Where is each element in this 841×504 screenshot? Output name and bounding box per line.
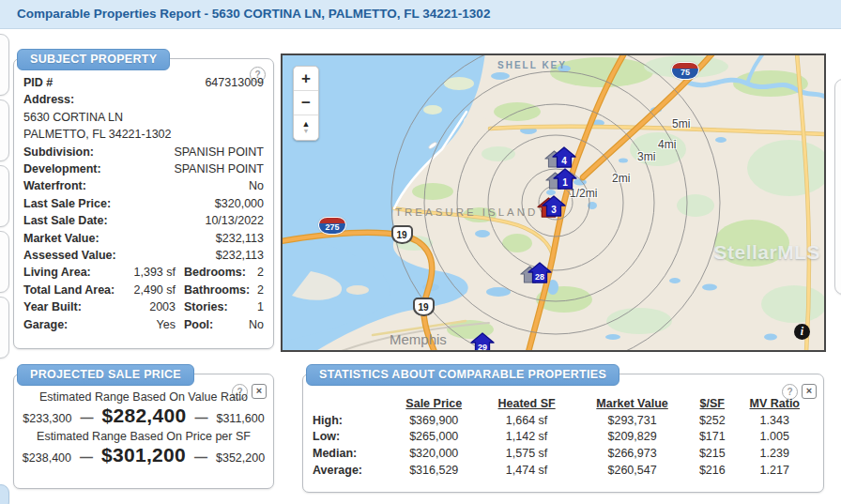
- statistic-value: 1.005: [734, 429, 816, 446]
- statistic-value: $320,000: [388, 445, 480, 462]
- field-label: Garage:: [23, 316, 121, 333]
- field-label: Total Land Area:: [23, 282, 121, 298]
- field-value: 647313009: [205, 74, 264, 91]
- range-mid: $282,400: [101, 405, 186, 427]
- collapsed-card-edge: [0, 99, 9, 161]
- field-label: Last Sale Price:: [23, 195, 111, 212]
- row-label: Average:: [313, 462, 388, 479]
- range-values: $233,300 — $282,400 — $311,600: [20, 405, 268, 427]
- collapsed-card-edge: [0, 231, 9, 293]
- property-field-row: Market Value:$232,113: [23, 230, 264, 247]
- field-label: PID #: [23, 74, 53, 91]
- row-label: Median:: [313, 445, 388, 462]
- property-field-pair-row: Total Land Area:2,490 sfBathrooms:2: [23, 282, 264, 298]
- address-line: PALMETTO, FL 34221-1302: [23, 126, 264, 143]
- address-line: 5630 CORTINA LN: [23, 109, 264, 126]
- projected-sale-price-tab: PROJECTED SALE PRICE: [17, 364, 194, 386]
- zoom-in-button[interactable]: +: [294, 67, 318, 91]
- row-label: Low:: [313, 429, 388, 446]
- map-zoom-control: + − ▲ ▼: [293, 66, 319, 141]
- statistic-value: 1,142 sf: [480, 429, 573, 446]
- info-button[interactable]: i: [794, 324, 810, 340]
- collapsed-card-edge: [0, 165, 9, 227]
- field-value: 1: [257, 298, 264, 315]
- comp-property-marker-3[interactable]: 3: [542, 195, 566, 217]
- comp-property-marker-1[interactable]: 1: [553, 168, 577, 190]
- statistics-row: Median:$320,0001,575 sf$266,973$2151.239: [313, 445, 816, 462]
- property-field-row: Assessed Value:$232,113: [23, 247, 264, 264]
- field-label: Market Value:: [23, 230, 99, 247]
- field-label: Waterfront:: [23, 177, 86, 194]
- comp-property-marker-4[interactable]: 4: [552, 146, 576, 168]
- field-label: Bathrooms:: [184, 282, 250, 298]
- statistics-row: High:$369,9001,664 sf$293,731$2521.343: [313, 412, 816, 429]
- subject-property-rows: PID #647313009Address:5630 CORTINA LNPAL…: [23, 74, 264, 333]
- property-field-row: Last Sale Date:10/13/2022: [23, 212, 264, 229]
- field-value: $320,000: [215, 195, 264, 212]
- range-low: $233,300: [23, 412, 71, 425]
- statistic-value: 1.343: [734, 412, 816, 429]
- statistic-value: $369,900: [388, 412, 480, 429]
- svg-text:28: 28: [535, 272, 544, 282]
- field-label: Pool:: [184, 316, 213, 333]
- map[interactable]: 1/2mi2mi3mi4mi5miSHELL KEYTREASURE ISLAN…: [281, 53, 826, 352]
- property-field-row: PID #647313009: [23, 74, 264, 91]
- field-value: SPANISH POINT: [174, 160, 264, 177]
- triangle-down-icon: ▼: [303, 128, 310, 135]
- field-label: Year Built:: [23, 298, 121, 315]
- svg-text:29: 29: [478, 343, 487, 352]
- statistic-value: $316,529: [388, 462, 480, 479]
- field-label: Development:: [23, 160, 101, 177]
- field-label: Stories:: [184, 298, 228, 315]
- comp-property-marker-29[interactable]: 29: [470, 332, 495, 352]
- field-value: SPANISH POINT: [174, 144, 264, 160]
- zoom-out-button[interactable]: −: [294, 91, 318, 115]
- collapsed-card-edge: [0, 484, 9, 504]
- range-high: $352,200: [216, 451, 265, 465]
- svg-text:1: 1: [562, 177, 568, 188]
- range-mid: $301,200: [101, 444, 186, 466]
- column-header: MV Ratio: [734, 395, 816, 412]
- property-field-row: Waterfront:No: [23, 177, 264, 194]
- statistic-value: 1.239: [734, 445, 816, 462]
- field-value: $232,113: [216, 230, 264, 247]
- statistics-row: Low:$265,0001,142 sf$209,829$1711.005: [313, 429, 816, 446]
- column-header: Market Value: [573, 395, 691, 412]
- column-header: $/SF: [691, 395, 733, 412]
- svg-text:4: 4: [561, 156, 567, 166]
- comp-property-marker-28[interactable]: 28: [528, 262, 552, 283]
- statistics-panel: STATISTICS ABOUT COMPARABLE PROPERTIES ?…: [302, 374, 824, 493]
- statistic-value: $209,829: [573, 429, 691, 446]
- property-field-row: Last Sale Price:$320,000: [23, 195, 264, 212]
- statistics-tab: STATISTICS ABOUT COMPARABLE PROPERTIES: [306, 364, 619, 386]
- collapsed-card-edge: [0, 297, 9, 359]
- statistic-value: $293,731: [573, 412, 691, 429]
- field-value: 1,393 sf: [121, 264, 176, 281]
- statistics-header-row: Sale PriceHeated SFMarket Value$/SFMV Ra…: [313, 395, 816, 412]
- statistic-value: $171: [691, 429, 733, 446]
- range-caption: Estimated Range Based On Value Ratio: [20, 390, 268, 404]
- range-low: $238,400: [23, 451, 71, 465]
- statistics-table: Sale PriceHeated SFMarket Value$/SFMV Ra…: [313, 395, 816, 478]
- range-high: $311,600: [216, 412, 264, 425]
- dash: —: [194, 450, 207, 465]
- title-bar: Comparable Properties Report - 5630 CORT…: [0, 0, 841, 29]
- field-value: 2003: [121, 298, 176, 315]
- statistic-value: $215: [691, 445, 733, 462]
- field-value: No: [249, 316, 264, 333]
- row-label: High:: [313, 412, 388, 429]
- column-header: [313, 395, 388, 412]
- property-field-row: Subdivision:SPANISH POINT: [23, 144, 264, 160]
- statistic-value: 1,575 sf: [480, 445, 573, 462]
- dash: —: [80, 410, 93, 425]
- projected-sale-price-panel: PROJECTED SALE PRICE ? × Estimated Range…: [13, 374, 274, 489]
- dash: —: [194, 410, 207, 425]
- field-label: Bedrooms:: [184, 264, 246, 281]
- field-label: Assessed Value:: [23, 247, 116, 264]
- property-field-pair-row: Living Area:1,393 sfBedrooms:2: [23, 264, 264, 281]
- statistic-value: $266,973: [573, 445, 691, 462]
- statistic-value: $252: [691, 412, 733, 429]
- dash: —: [80, 450, 93, 465]
- field-label: Living Area:: [23, 264, 121, 281]
- home-button[interactable]: ▲ ▼: [294, 115, 318, 140]
